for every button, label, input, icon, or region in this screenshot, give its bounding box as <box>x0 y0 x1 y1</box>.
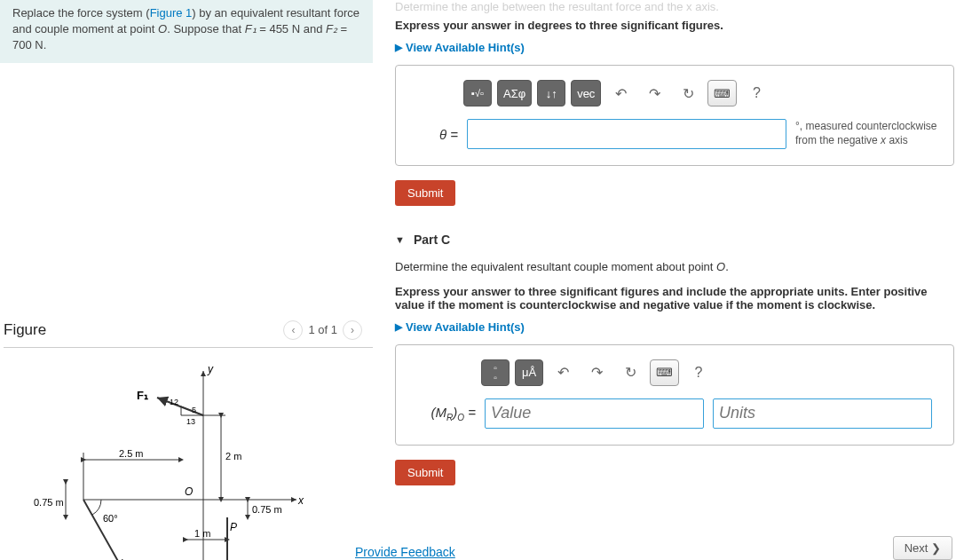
problem-text: Replace the force system ( <box>12 6 150 20</box>
triangle-down-icon: ▼ <box>395 234 405 245</box>
mr-units-input[interactable] <box>713 398 932 429</box>
partC-submit-button[interactable]: Submit <box>395 460 455 485</box>
svg-text:y: y <box>207 363 214 375</box>
partC-answer-box: ▫▫ μÅ ↶ ↷ ↻ ⌨ ? (MR)O = <box>395 344 954 446</box>
figure-pager-text: 1 of 1 <box>308 323 337 336</box>
figure-link[interactable]: Figure 1 <box>150 6 193 20</box>
keyboard-button[interactable]: ⌨ <box>707 80 737 106</box>
theta-input[interactable] <box>467 119 786 149</box>
partC-instruction: Express your answer to three significant… <box>395 285 954 312</box>
figure-pager: ‹ 1 of 1 › <box>283 320 362 340</box>
svg-text:2.5 m: 2.5 m <box>119 448 144 459</box>
partC-header[interactable]: ▼ Part C <box>395 233 954 247</box>
figure-diagram: y x O F₁ 12 13 5 F₂ 60° P 2.5 m 2 m <box>30 362 314 560</box>
partB-submit-button[interactable]: Submit <box>395 180 455 206</box>
help-button[interactable]: ? <box>742 80 770 106</box>
help-button[interactable]: ? <box>684 359 713 386</box>
svg-text:2 m: 2 m <box>225 451 241 461</box>
figure-next-button[interactable]: › <box>343 320 362 340</box>
keyboard-button[interactable]: ⌨ <box>650 359 679 386</box>
redo-button[interactable]: ↷ <box>640 80 668 106</box>
template-button[interactable]: ▪√▫ <box>463 80 492 106</box>
svg-text:P: P <box>230 521 237 533</box>
units-button[interactable]: μÅ <box>515 359 543 386</box>
svg-text:12: 12 <box>170 398 178 406</box>
svg-text:0.75 m: 0.75 m <box>252 504 282 515</box>
greek-button[interactable]: ΑΣφ <box>497 80 532 106</box>
problem-statement: Replace the force system (Figure 1) by a… <box>0 0 373 63</box>
undo-button[interactable]: ↶ <box>549 359 577 386</box>
svg-text:x: x <box>297 494 304 507</box>
redo-button[interactable]: ↷ <box>582 359 611 386</box>
next-button[interactable]: Next ❯ <box>893 536 952 560</box>
svg-text:5: 5 <box>192 406 196 414</box>
partB-answer-box: ▪√▫ ΑΣφ ↓↑ vec ↶ ↷ ↻ ⌨ ? θ = °, measured… <box>395 65 954 166</box>
mr-label: (MR)O = <box>410 405 476 422</box>
subsup-button[interactable]: ↓↑ <box>537 80 565 106</box>
partB-hints-toggle[interactable]: ▶ View Available Hint(s) <box>395 41 954 54</box>
svg-text:13: 13 <box>186 417 195 426</box>
svg-text:O: O <box>185 485 193 498</box>
svg-text:60°: 60° <box>103 513 118 524</box>
svg-text:0.75 m: 0.75 m <box>34 497 64 508</box>
triangle-right-icon: ▶ <box>395 42 402 53</box>
triangle-right-icon: ▶ <box>395 321 402 333</box>
provide-feedback-link[interactable]: Provide Feedback <box>355 545 455 559</box>
reset-button[interactable]: ↻ <box>616 359 644 386</box>
partC-description: Determine the equivalent resultant coupl… <box>395 259 954 276</box>
theta-label: θ = <box>410 127 458 142</box>
vec-button[interactable]: vec <box>571 80 601 106</box>
undo-button[interactable]: ↶ <box>606 80 635 106</box>
svg-line-12 <box>83 500 123 560</box>
svg-text:1 m: 1 m <box>194 528 210 539</box>
figure-prev-button[interactable]: ‹ <box>283 320 303 340</box>
reset-button[interactable]: ↻ <box>674 80 702 106</box>
fraction-button[interactable]: ▫▫ <box>481 359 510 386</box>
svg-text:F₁: F₁ <box>137 389 148 402</box>
figure-panel: Figure ‹ 1 of 1 › y x O F₁ 12 <box>0 320 373 560</box>
partC-hints-toggle[interactable]: ▶ View Available Hint(s) <box>395 320 954 334</box>
figure-title: Figure <box>4 321 46 339</box>
theta-note: °, measured counterclockwise from the ne… <box>795 120 939 147</box>
partB-instruction: Express your answer in degrees to three … <box>395 19 954 32</box>
mr-value-input[interactable] <box>485 398 704 429</box>
partB-description-cut: Determine the angle between the resultan… <box>395 0 954 13</box>
partB-toolbar: ▪√▫ ΑΣφ ↓↑ vec ↶ ↷ ↻ ⌨ ? <box>463 80 939 106</box>
partC-toolbar: ▫▫ μÅ ↶ ↷ ↻ ⌨ ? <box>481 359 939 386</box>
